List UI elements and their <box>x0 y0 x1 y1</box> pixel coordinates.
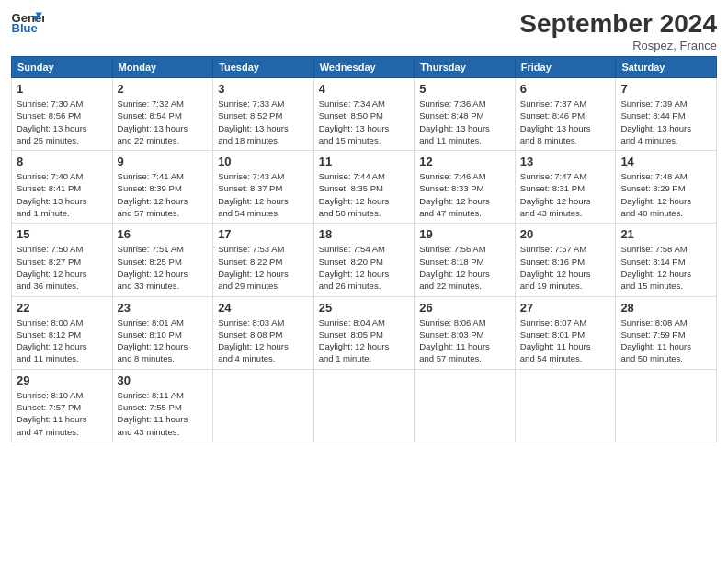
table-row: 26 Sunrise: 8:06 AM Sunset: 8:03 PM Dayl… <box>415 296 516 369</box>
col-monday: Monday <box>112 57 213 78</box>
day-number: 19 <box>419 227 510 241</box>
table-row <box>213 369 314 442</box>
day-number: 3 <box>218 82 309 96</box>
col-sunday: Sunday <box>12 57 113 78</box>
day-number: 12 <box>419 155 510 168</box>
day-info: Sunrise: 7:50 AM Sunset: 8:27 PM Dayligh… <box>17 243 108 292</box>
day-number: 29 <box>17 373 108 387</box>
day-info: Sunrise: 8:11 AM Sunset: 7:55 PM Dayligh… <box>118 389 209 438</box>
day-number: 17 <box>218 227 309 241</box>
table-row: 9 Sunrise: 7:41 AM Sunset: 8:39 PM Dayli… <box>112 151 213 224</box>
calendar-week-row: 22 Sunrise: 8:00 AM Sunset: 8:12 PM Dayl… <box>12 296 717 369</box>
table-row: 12 Sunrise: 7:46 AM Sunset: 8:33 PM Dayl… <box>415 151 516 224</box>
col-thursday: Thursday <box>415 57 516 78</box>
calendar-week-row: 1 Sunrise: 7:30 AM Sunset: 8:56 PM Dayli… <box>12 78 717 151</box>
table-row: 20 Sunrise: 7:57 AM Sunset: 8:16 PM Dayl… <box>515 224 616 296</box>
day-info: Sunrise: 7:33 AM Sunset: 8:52 PM Dayligh… <box>218 98 309 146</box>
day-info: Sunrise: 7:36 AM Sunset: 8:48 PM Dayligh… <box>419 98 510 146</box>
day-info: Sunrise: 7:57 AM Sunset: 8:16 PM Dayligh… <box>520 243 611 292</box>
day-info: Sunrise: 8:04 AM Sunset: 8:05 PM Dayligh… <box>319 316 410 365</box>
col-wednesday: Wednesday <box>313 57 415 78</box>
table-row: 24 Sunrise: 8:03 AM Sunset: 8:08 PM Dayl… <box>213 296 314 369</box>
table-row: 29 Sunrise: 8:10 AM Sunset: 7:57 PM Dayl… <box>12 369 113 442</box>
day-info: Sunrise: 7:47 AM Sunset: 8:31 PM Dayligh… <box>520 170 611 219</box>
table-row: 5 Sunrise: 7:36 AM Sunset: 8:48 PM Dayli… <box>415 78 516 151</box>
day-number: 2 <box>118 82 209 96</box>
table-row <box>415 369 516 442</box>
day-number: 24 <box>218 301 309 315</box>
header: General Blue September 2024 Rospez, Fran… <box>11 9 717 52</box>
day-number: 22 <box>17 301 108 315</box>
day-number: 28 <box>620 301 711 315</box>
day-number: 4 <box>319 82 410 96</box>
table-row: 28 Sunrise: 8:08 AM Sunset: 7:59 PM Dayl… <box>616 296 717 369</box>
logo-icon: General Blue <box>11 9 44 35</box>
day-number: 5 <box>419 82 510 96</box>
table-row: 22 Sunrise: 8:00 AM Sunset: 8:12 PM Dayl… <box>12 296 113 369</box>
table-row: 4 Sunrise: 7:34 AM Sunset: 8:50 PM Dayli… <box>313 78 415 151</box>
table-row: 3 Sunrise: 7:33 AM Sunset: 8:52 PM Dayli… <box>213 78 314 151</box>
day-info: Sunrise: 7:51 AM Sunset: 8:25 PM Dayligh… <box>118 243 209 292</box>
calendar-week-row: 29 Sunrise: 8:10 AM Sunset: 7:57 PM Dayl… <box>12 369 717 442</box>
day-number: 1 <box>17 82 108 96</box>
day-number: 8 <box>17 155 108 168</box>
table-row: 8 Sunrise: 7:40 AM Sunset: 8:41 PM Dayli… <box>12 151 113 224</box>
day-number: 21 <box>620 227 711 241</box>
table-row: 21 Sunrise: 7:58 AM Sunset: 8:14 PM Dayl… <box>616 224 717 296</box>
table-row: 11 Sunrise: 7:44 AM Sunset: 8:35 PM Dayl… <box>313 151 415 224</box>
day-number: 18 <box>319 227 410 241</box>
day-info: Sunrise: 7:46 AM Sunset: 8:33 PM Dayligh… <box>419 170 510 219</box>
location: Rospez, France <box>519 39 717 52</box>
table-row: 13 Sunrise: 7:47 AM Sunset: 8:31 PM Dayl… <box>515 151 616 224</box>
table-row: 16 Sunrise: 7:51 AM Sunset: 8:25 PM Dayl… <box>112 224 213 296</box>
day-info: Sunrise: 7:30 AM Sunset: 8:56 PM Dayligh… <box>17 98 108 146</box>
table-row: 7 Sunrise: 7:39 AM Sunset: 8:44 PM Dayli… <box>616 78 717 151</box>
table-row: 27 Sunrise: 8:07 AM Sunset: 8:01 PM Dayl… <box>515 296 616 369</box>
title-area: September 2024 Rospez, France <box>519 9 717 52</box>
day-number: 13 <box>520 155 611 168</box>
col-friday: Friday <box>515 57 616 78</box>
day-info: Sunrise: 7:44 AM Sunset: 8:35 PM Dayligh… <box>319 170 410 219</box>
day-number: 6 <box>520 82 611 96</box>
table-row: 15 Sunrise: 7:50 AM Sunset: 8:27 PM Dayl… <box>12 224 113 296</box>
day-info: Sunrise: 7:48 AM Sunset: 8:29 PM Dayligh… <box>620 170 711 219</box>
day-number: 11 <box>319 155 410 168</box>
day-number: 26 <box>419 301 510 315</box>
day-info: Sunrise: 7:32 AM Sunset: 8:54 PM Dayligh… <box>118 98 209 146</box>
table-row <box>616 369 717 442</box>
day-info: Sunrise: 7:58 AM Sunset: 8:14 PM Dayligh… <box>620 243 711 292</box>
calendar-week-row: 15 Sunrise: 7:50 AM Sunset: 8:27 PM Dayl… <box>12 224 717 296</box>
day-info: Sunrise: 7:56 AM Sunset: 8:18 PM Dayligh… <box>419 243 510 292</box>
day-number: 23 <box>118 301 209 315</box>
table-row: 30 Sunrise: 8:11 AM Sunset: 7:55 PM Dayl… <box>112 369 213 442</box>
calendar-week-row: 8 Sunrise: 7:40 AM Sunset: 8:41 PM Dayli… <box>12 151 717 224</box>
day-number: 20 <box>520 227 611 241</box>
day-number: 30 <box>118 373 209 387</box>
day-number: 25 <box>319 301 410 315</box>
table-row: 10 Sunrise: 7:43 AM Sunset: 8:37 PM Dayl… <box>213 151 314 224</box>
table-row: 19 Sunrise: 7:56 AM Sunset: 8:18 PM Dayl… <box>415 224 516 296</box>
page-container: General Blue September 2024 Rospez, Fran… <box>0 0 728 452</box>
day-number: 27 <box>520 301 611 315</box>
day-info: Sunrise: 8:00 AM Sunset: 8:12 PM Dayligh… <box>17 316 108 365</box>
day-info: Sunrise: 7:37 AM Sunset: 8:46 PM Dayligh… <box>520 98 611 146</box>
day-number: 14 <box>620 155 711 168</box>
day-number: 16 <box>118 227 209 241</box>
table-row: 14 Sunrise: 7:48 AM Sunset: 8:29 PM Dayl… <box>616 151 717 224</box>
table-row: 18 Sunrise: 7:54 AM Sunset: 8:20 PM Dayl… <box>313 224 415 296</box>
table-row: 17 Sunrise: 7:53 AM Sunset: 8:22 PM Dayl… <box>213 224 314 296</box>
logo: General Blue <box>11 9 44 35</box>
day-info: Sunrise: 7:53 AM Sunset: 8:22 PM Dayligh… <box>218 243 309 292</box>
day-info: Sunrise: 7:43 AM Sunset: 8:37 PM Dayligh… <box>218 170 309 219</box>
day-info: Sunrise: 8:03 AM Sunset: 8:08 PM Dayligh… <box>218 316 309 365</box>
day-info: Sunrise: 7:39 AM Sunset: 8:44 PM Dayligh… <box>620 98 711 146</box>
calendar-header-row: Sunday Monday Tuesday Wednesday Thursday… <box>12 57 717 78</box>
day-info: Sunrise: 7:40 AM Sunset: 8:41 PM Dayligh… <box>17 170 108 219</box>
calendar-table: Sunday Monday Tuesday Wednesday Thursday… <box>11 56 717 442</box>
day-number: 9 <box>118 155 209 168</box>
col-saturday: Saturday <box>616 57 717 78</box>
day-info: Sunrise: 8:08 AM Sunset: 7:59 PM Dayligh… <box>620 316 711 365</box>
day-number: 7 <box>620 82 711 96</box>
table-row <box>313 369 415 442</box>
day-number: 10 <box>218 155 309 168</box>
